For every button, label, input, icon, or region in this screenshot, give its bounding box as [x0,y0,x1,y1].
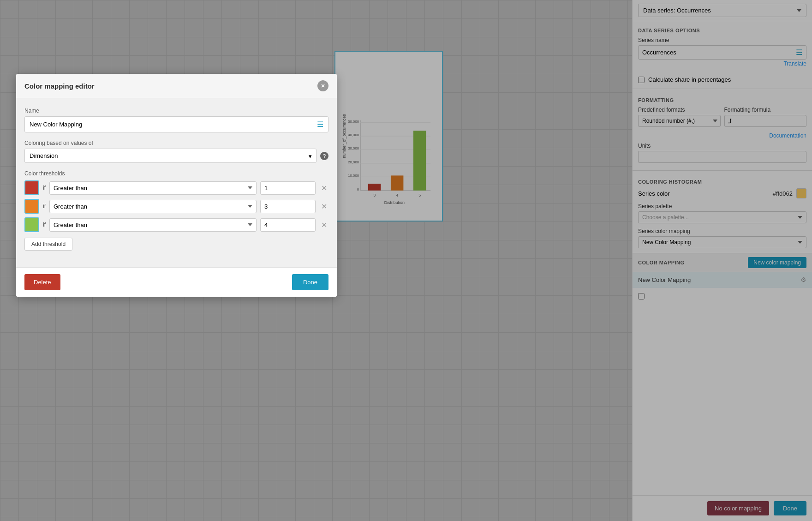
threshold-3-condition-select[interactable]: Greater than [49,218,257,232]
threshold-3-if-label: if [43,222,46,228]
color-thresholds-label: Color thresholds [24,170,328,177]
add-threshold-button[interactable]: Add threshold [24,238,72,251]
threshold-1-if-label: if [43,185,46,191]
coloring-based-select[interactable]: Dimension [24,149,316,163]
modal-header: Color mapping editor × [16,74,337,98]
help-icon[interactable]: ? [320,152,328,160]
threshold-row-1: if Greater than ✕ [24,180,328,195]
modal-footer: Delete Done [16,267,337,297]
threshold-2-if-label: if [43,203,46,210]
threshold-3-value-input[interactable] [260,218,316,232]
name-field-label: Name [24,108,328,114]
name-input[interactable] [30,121,317,128]
color-thresholds-group: Color thresholds if Greater than ✕ if [24,170,328,251]
threshold-3-color-btn[interactable] [24,217,39,232]
threshold-3-delete-button[interactable]: ✕ [319,220,328,229]
threshold-1-color-btn[interactable] [24,180,39,195]
name-input-wrapper: ☰ [24,116,328,132]
modal-done-button[interactable]: Done [292,274,328,290]
coloring-based-field-group: Coloring based on values of Dimension ▾ … [24,140,328,163]
coloring-based-label: Coloring based on values of [24,140,328,146]
name-field-group: Name ☰ [24,108,328,132]
delete-button[interactable]: Delete [24,274,60,290]
coloring-based-row: Dimension ▾ ? [24,149,328,163]
threshold-1-delete-button[interactable]: ✕ [319,183,328,192]
modal-body: Name ☰ Coloring based on values of Dimen… [16,98,337,267]
threshold-row-3: if Greater than ✕ [24,217,328,232]
name-translate-icon: ☰ [317,120,323,129]
coloring-based-select-wrapper: Dimension ▾ [24,149,316,163]
threshold-2-delete-button[interactable]: ✕ [319,202,328,211]
modal-title: Color mapping editor [24,82,95,90]
threshold-2-condition-select[interactable]: Greater than [49,200,257,213]
threshold-2-color-btn[interactable] [24,199,39,214]
threshold-1-condition-select[interactable]: Greater than [49,181,257,195]
color-mapping-modal: Color mapping editor × Name ☰ Coloring b… [16,74,337,297]
modal-overlay: Color mapping editor × Name ☰ Coloring b… [0,0,812,521]
threshold-1-value-input[interactable] [260,181,316,195]
threshold-2-value-input[interactable] [260,200,316,213]
threshold-row-2: if Greater than ✕ [24,199,328,214]
modal-close-button[interactable]: × [317,80,328,91]
